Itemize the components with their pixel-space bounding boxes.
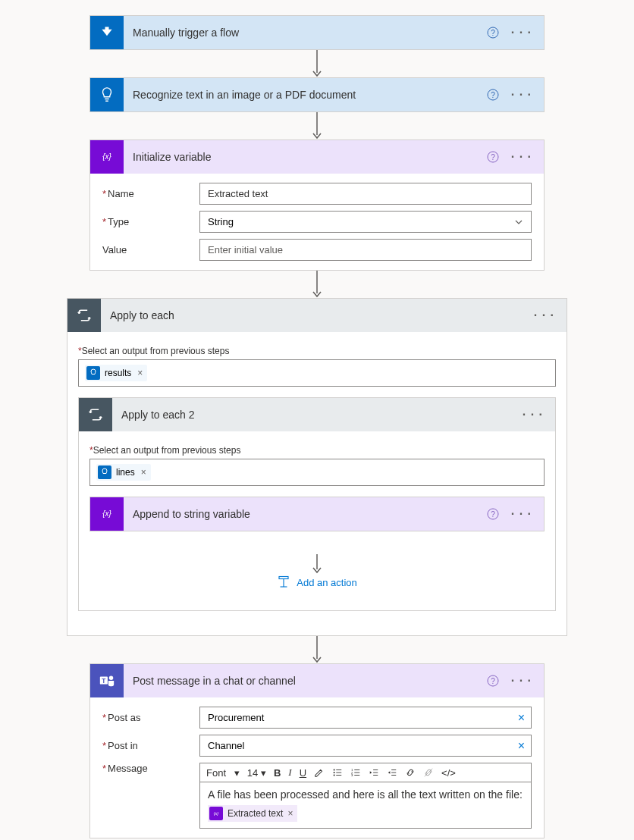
rte-toolbar: Font ▾ 14 ▾ B I U 123 </> xyxy=(199,763,532,782)
post-as-value[interactable] xyxy=(206,707,518,728)
add-action-button[interactable]: Add an action xyxy=(277,575,357,589)
svg-text:{x}: {x} xyxy=(214,811,219,816)
step-title: Initialize variable xyxy=(124,151,487,163)
step-manual-trigger[interactable]: Manually trigger a flow ? · · · xyxy=(89,15,545,50)
post-as-input[interactable]: × xyxy=(199,707,532,729)
more-icon[interactable]: · · · xyxy=(523,408,543,422)
post-as-label: Post as xyxy=(102,712,199,723)
font-size-select[interactable]: 14 ▾ xyxy=(247,767,266,779)
connector-arrow xyxy=(311,636,323,663)
chevron-down-icon xyxy=(514,218,523,227)
more-icon[interactable]: · · · xyxy=(511,88,532,102)
step-title: Post message in a chat or channel xyxy=(124,675,487,687)
outdent-button[interactable] xyxy=(369,767,379,778)
step-title: Apply to each xyxy=(101,309,534,321)
type-label: Type xyxy=(102,216,199,227)
remove-token-icon[interactable]: × xyxy=(287,808,293,819)
add-action-icon xyxy=(277,575,290,589)
output-token-input[interactable]: lines × xyxy=(89,459,545,486)
svg-point-20 xyxy=(109,676,114,681)
help-icon[interactable]: ? xyxy=(487,508,499,520)
variable-icon: {x} xyxy=(209,807,223,820)
link-button[interactable] xyxy=(405,767,416,778)
ai-builder-icon xyxy=(98,465,111,479)
message-text: A file has been processed and here is al… xyxy=(208,788,523,801)
step-initialize-variable[interactable]: {x} Initialize variable ? · · · Name Typ… xyxy=(89,139,545,271)
more-icon[interactable]: · · · xyxy=(511,150,532,164)
type-select[interactable]: String xyxy=(199,211,532,233)
variable-icon: {x} xyxy=(90,140,124,174)
highlight-button[interactable] xyxy=(314,767,325,778)
value-label: Value xyxy=(102,244,199,255)
remove-token-icon[interactable]: × xyxy=(137,368,143,378)
bullet-list-button[interactable] xyxy=(332,767,343,778)
clear-icon[interactable]: × xyxy=(518,739,525,753)
step-recognize-text[interactable]: Recognize text in an image or a PDF docu… xyxy=(89,77,545,112)
svg-text:{x}: {x} xyxy=(102,509,111,518)
step-post-message[interactable]: T Post message in a chat or channel ? · … xyxy=(89,663,545,838)
token-chip-results[interactable]: results × xyxy=(85,365,147,381)
loop-icon xyxy=(79,398,112,431)
svg-text:?: ? xyxy=(491,153,495,161)
connector-arrow xyxy=(311,50,323,77)
connector-arrow xyxy=(311,554,323,575)
more-icon[interactable]: · · · xyxy=(511,26,532,39)
help-icon[interactable]: ? xyxy=(487,27,499,39)
message-editor[interactable]: A file has been processed and here is al… xyxy=(199,782,532,829)
output-token-input[interactable]: results × xyxy=(78,359,556,387)
help-icon[interactable]: ? xyxy=(487,151,499,163)
post-in-value[interactable] xyxy=(206,735,518,756)
help-icon[interactable]: ? xyxy=(487,675,499,687)
type-value: String xyxy=(208,216,234,227)
step-title: Manually trigger a flow xyxy=(124,27,487,39)
add-action-label: Add an action xyxy=(297,577,357,588)
post-in-label: Post in xyxy=(102,740,199,751)
message-label: Message xyxy=(102,763,199,774)
indent-button[interactable] xyxy=(387,767,397,778)
svg-text:{x}: {x} xyxy=(102,152,111,161)
step-append-to-string[interactable]: {x} Append to string variable ? · · · xyxy=(89,497,545,531)
svg-text:?: ? xyxy=(491,91,495,99)
more-icon[interactable]: · · · xyxy=(511,507,532,521)
italic-button[interactable]: I xyxy=(288,766,291,779)
variable-icon: {x} xyxy=(90,497,124,531)
trigger-icon xyxy=(90,16,124,49)
ai-builder-icon xyxy=(86,366,100,380)
step-apply-to-each[interactable]: Apply to each · · · *Select an output fr… xyxy=(67,298,567,636)
connector-arrow xyxy=(311,112,323,139)
value-input[interactable] xyxy=(199,239,532,261)
token-label: lines xyxy=(116,467,135,478)
help-icon[interactable]: ? xyxy=(487,89,499,101)
font-select[interactable]: Font ▾ xyxy=(206,767,240,779)
number-list-button[interactable]: 123 xyxy=(350,767,361,778)
post-in-input[interactable]: × xyxy=(199,735,532,757)
output-label: *Select an output from previous steps xyxy=(89,445,545,456)
svg-text:?: ? xyxy=(491,677,495,685)
underline-button[interactable]: U xyxy=(300,767,306,779)
step-title: Append to string variable xyxy=(124,508,487,520)
remove-token-icon[interactable]: × xyxy=(141,467,146,478)
step-apply-to-each-2[interactable]: Apply to each 2 · · · *Select an output … xyxy=(78,397,556,611)
name-input[interactable] xyxy=(199,183,532,205)
svg-text:T: T xyxy=(102,678,105,685)
more-icon[interactable]: · · · xyxy=(511,674,532,688)
ai-builder-icon xyxy=(90,78,124,111)
more-icon[interactable]: · · · xyxy=(534,309,554,322)
svg-text:3: 3 xyxy=(351,773,353,777)
svg-point-25 xyxy=(334,774,335,776)
output-label: *Select an output from previous steps xyxy=(78,346,556,356)
unlink-button[interactable] xyxy=(423,767,434,778)
clear-icon[interactable]: × xyxy=(518,711,525,725)
connector-arrow xyxy=(311,271,323,298)
name-label: Name xyxy=(102,188,199,199)
code-view-button[interactable]: </> xyxy=(441,767,456,779)
svg-rect-14 xyxy=(279,577,288,579)
token-chip-lines[interactable]: lines × xyxy=(96,464,151,481)
svg-point-24 xyxy=(334,772,335,773)
step-title: Recognize text in an image or a PDF docu… xyxy=(124,89,487,101)
token-label: results xyxy=(105,368,131,378)
variable-chip-extracted-text[interactable]: {x} Extracted text × xyxy=(208,805,297,822)
bold-button[interactable]: B xyxy=(274,767,281,779)
variable-chip-label: Extracted text xyxy=(228,808,283,819)
svg-text:?: ? xyxy=(491,29,495,37)
